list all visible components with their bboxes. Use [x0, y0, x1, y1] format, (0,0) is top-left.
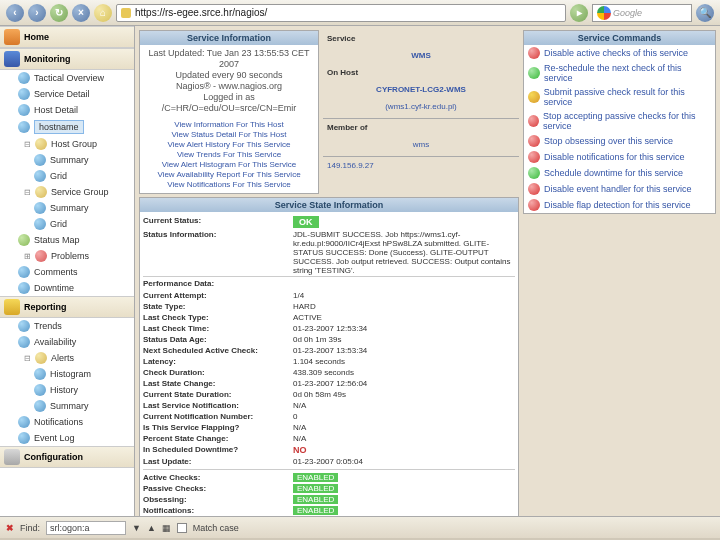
match-case-checkbox[interactable] — [177, 523, 187, 533]
flag-row: Passive Checks:ENABLED — [143, 483, 515, 494]
host-name[interactable]: CYFRONET-LCG2-WMS — [323, 81, 519, 98]
state-info-panel: Service State Information Current Status… — [139, 197, 519, 516]
command-link[interactable]: Re-schedule the next check of this servi… — [524, 61, 715, 85]
state-row: Check Duration:438.309 seconds — [143, 367, 515, 378]
state-row: Last State Change:01-23-2007 12:56:04 — [143, 378, 515, 389]
match-case-label: Match case — [193, 523, 239, 533]
service-name[interactable]: WMS — [323, 47, 519, 64]
link-trends[interactable]: View Trends For This Service — [143, 150, 315, 160]
sidebar-hg-grid[interactable]: Grid — [0, 168, 134, 184]
sidebar-sg-summary[interactable]: Summary — [0, 200, 134, 216]
sidebar-host-group[interactable]: ⊟Host Group — [0, 136, 134, 152]
sidebar-home[interactable]: Home — [0, 26, 134, 48]
state-row: Last Check Type:ACTIVE — [143, 312, 515, 323]
commands-header: Service Commands — [524, 31, 715, 45]
sidebar-alerts[interactable]: ⊟Alerts — [0, 350, 134, 366]
command-link[interactable]: Submit passive check result for this ser… — [524, 85, 715, 109]
command-link[interactable]: Disable flap detection for this service — [524, 197, 715, 213]
sidebar-service-group[interactable]: ⊟Service Group — [0, 184, 134, 200]
find-prev-icon[interactable]: ▲ — [147, 523, 156, 533]
commands-panel: Service Commands Disable active checks o… — [523, 30, 716, 214]
stop-button[interactable]: × — [72, 4, 90, 22]
sidebar-histogram[interactable]: Histogram — [0, 366, 134, 382]
host-addr: (wms1.cyf-kr.edu.pl) — [323, 98, 519, 115]
sidebar-availability[interactable]: Availability — [0, 334, 134, 350]
sidebar-event-log[interactable]: Event Log — [0, 430, 134, 446]
command-link[interactable]: Schedule downtime for this service — [524, 165, 715, 181]
command-link[interactable]: Disable event handler for this service — [524, 181, 715, 197]
status-badge: OK — [293, 216, 319, 228]
search-go-icon[interactable]: 🔍 — [696, 4, 714, 22]
link-alert-history[interactable]: View Alert History For This Service — [143, 140, 315, 150]
wrench-icon — [4, 449, 20, 465]
find-input[interactable]: srl:ogon:a — [46, 521, 126, 535]
command-link[interactable]: Disable notifications for this service — [524, 149, 715, 165]
state-row: Current Attempt:1/4 — [143, 290, 515, 301]
link-alert-histogram[interactable]: View Alert Histogram For This Service — [143, 160, 315, 170]
state-row: Percent State Change:N/A — [143, 433, 515, 444]
state-info-header: Service State Information — [140, 198, 518, 212]
browser-toolbar: ‹ › ↻ × ⌂ https://rs-egee.srce.hr/nagios… — [0, 0, 720, 26]
state-row: Latency:1.104 seconds — [143, 356, 515, 367]
service-info-header: Service Information — [140, 31, 318, 45]
search-box[interactable]: Google — [592, 4, 692, 22]
state-row: Last Check Time:01-23-2007 12:53:34 — [143, 323, 515, 334]
home-icon — [4, 29, 20, 45]
sidebar-sg-grid[interactable]: Grid — [0, 216, 134, 232]
close-find-icon[interactable]: ✖ — [6, 523, 14, 533]
flag-row: Notifications:ENABLED — [143, 505, 515, 516]
link-status-detail[interactable]: View Status Detail For This Host — [143, 130, 315, 140]
sidebar-alert-summary[interactable]: Summary — [0, 398, 134, 414]
forward-button[interactable]: › — [28, 4, 46, 22]
sidebar-item-host-detail[interactable]: Host Detail — [0, 102, 134, 118]
command-icon — [528, 135, 540, 147]
command-link[interactable]: Stop accepting passive checks for this s… — [524, 109, 715, 133]
member-group[interactable]: wms — [323, 136, 519, 153]
command-icon — [528, 115, 539, 127]
url-bar[interactable]: https://rs-egee.srce.hr/nagios/ — [116, 4, 566, 22]
state-row: Last Update:01-23-2007 0:05:04 — [143, 456, 515, 467]
link-availability[interactable]: View Availability Report For This Servic… — [143, 170, 315, 180]
url-text: https://rs-egee.srce.hr/nagios/ — [135, 7, 267, 18]
sidebar-downtime[interactable]: Downtime — [0, 280, 134, 296]
go-button[interactable]: ▸ — [570, 4, 588, 22]
command-icon — [528, 67, 540, 79]
highlight-icon[interactable]: ▦ — [162, 523, 171, 533]
command-link[interactable]: Stop obsessing over this service — [524, 133, 715, 149]
sidebar-configuration[interactable]: Configuration — [0, 446, 134, 468]
sidebar: Home Monitoring Tactical Overview Servic… — [0, 26, 135, 516]
find-label: Find: — [20, 523, 40, 533]
command-icon — [528, 183, 540, 195]
sidebar-status-map[interactable]: Status Map — [0, 232, 134, 248]
sidebar-trends[interactable]: Trends — [0, 318, 134, 334]
state-row: Next Scheduled Active Check:01-23-2007 1… — [143, 345, 515, 356]
command-icon — [528, 47, 540, 59]
reload-button[interactable]: ↻ — [50, 4, 68, 22]
lock-icon — [121, 8, 131, 18]
sidebar-notifications[interactable]: Notifications — [0, 414, 134, 430]
back-button[interactable]: ‹ — [6, 4, 24, 22]
home-button[interactable]: ⌂ — [94, 4, 112, 22]
find-next-icon[interactable]: ▼ — [132, 523, 141, 533]
status-information: JDL-SUBMIT SUCCESS. Job https://wms1.cyf… — [293, 230, 515, 275]
sidebar-item-tactical[interactable]: Tactical Overview — [0, 70, 134, 86]
sidebar-monitoring[interactable]: Monitoring — [0, 48, 134, 70]
sidebar-reporting[interactable]: Reporting — [0, 296, 134, 318]
host-ip: 149.156.9.27 — [323, 157, 519, 174]
state-row: Is This Service Flapping?N/A — [143, 422, 515, 433]
link-host-info[interactable]: View Information For This Host — [143, 120, 315, 130]
state-row: Last Service Notification:N/A — [143, 400, 515, 411]
link-notifications[interactable]: View Notifications For This Service — [143, 180, 315, 190]
sidebar-problems[interactable]: ⊞Problems — [0, 248, 134, 264]
flag-row: Active Checks:ENABLED — [143, 472, 515, 483]
sidebar-history[interactable]: History — [0, 382, 134, 398]
find-bar: ✖ Find: srl:ogon:a ▼ ▲ ▦ Match case — [0, 516, 720, 538]
hostname-input-row: hostname — [0, 118, 134, 136]
command-link[interactable]: Disable active checks of this service — [524, 45, 715, 61]
sidebar-hg-summary[interactable]: Summary — [0, 152, 134, 168]
service-info-panel: Service Information Last Updated: Tue Ja… — [139, 30, 319, 194]
monitor-icon — [4, 51, 20, 67]
sidebar-comments[interactable]: Comments — [0, 264, 134, 280]
sidebar-item-service-detail[interactable]: Service Detail — [0, 86, 134, 102]
hostname-input[interactable]: hostname — [34, 120, 84, 134]
